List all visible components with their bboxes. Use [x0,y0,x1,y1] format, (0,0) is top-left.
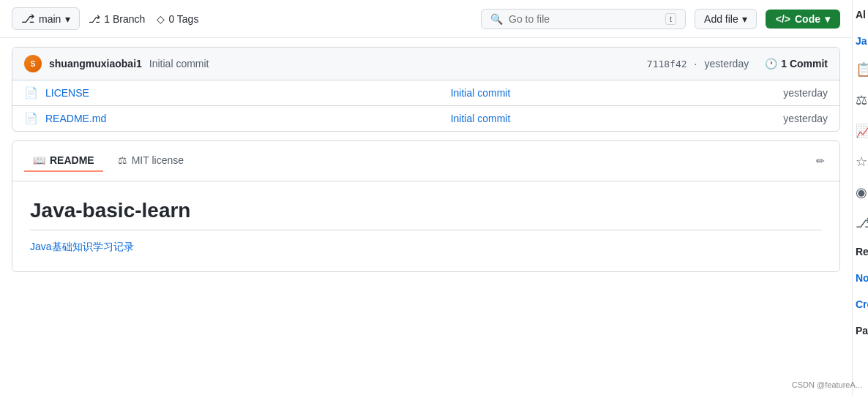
file-icon: 📄 [24,86,38,99]
tags-count-label: 0 Tags [168,13,198,25]
readme-tab-icon: 📖 [33,154,45,166]
partial-text-no: No [856,272,865,284]
readme-description: Java基础知识学习记录 [30,241,822,254]
search-box: 🔍 t [481,9,686,29]
commit-count-label: 1 Commit [781,58,828,69]
tab-readme[interactable]: 📖 README [24,150,103,172]
branch-count-icon: ⎇ [89,13,100,25]
branch-count-link[interactable]: ⎇ 1 Branch [89,13,145,25]
branch-name: main [39,13,61,25]
table-row: 📄 LICENSE Initial commit yesterday [12,80,839,106]
branch-count-label: 1 Branch [104,13,145,25]
add-file-label: Add file [704,13,738,25]
readme-header: 📖 README ⚖ MIT license ✏ [12,141,839,181]
partial-text-pa: Pa [856,325,865,336]
file-name[interactable]: README.md [45,113,192,124]
partial-scale-icon: ⚖ [856,92,865,108]
commit-time: yesterday [705,58,749,69]
readme-tab-label: README [50,154,94,166]
commit-count[interactable]: 🕐 1 Commit [765,58,828,69]
branch-icon: ⎇ [21,12,34,26]
branch-info: ⎇ 1 Branch ◇ 0 Tags [89,13,198,25]
tags-icon: ◇ [157,13,165,25]
partial-text-cre: Cre [856,298,865,310]
readme-title: Java-basic-learn [30,199,822,230]
file-commit-message: Initial commit [199,113,762,124]
search-input[interactable] [509,13,659,25]
dropdown-arrow-icon: ▾ [65,13,70,25]
code-button[interactable]: </> Code ▾ [766,10,840,29]
commit-hash: 7118f42 [647,59,687,69]
code-icon: </> [776,13,790,25]
file-time: yesterday [769,113,828,124]
commit-separator: · [695,58,697,69]
tab-license[interactable]: ⚖ MIT license [109,150,192,172]
partial-text-ja1: Ja [856,35,865,47]
readme-section: 📖 README ⚖ MIT license ✏ Java-basic-lear… [12,140,840,272]
search-kbd-shortcut: t [665,13,676,25]
repo-panel: S shuangmuxiaobai1 Initial commit 7118f4… [12,47,840,132]
add-file-dropdown-icon: ▾ [742,13,747,25]
commit-bar: S shuangmuxiaobai1 Initial commit 7118f4… [12,48,839,80]
file-time: yesterday [769,87,828,99]
watermark: CSDN @featureA... [792,380,862,389]
right-partial-sidebar: Al Ja 📋 ⚖ 📈 ☆ ◉ ⎇ Re No Cre Pa [852,0,868,395]
partial-star-icon: ☆ [856,154,865,170]
add-file-button[interactable]: Add file ▾ [695,9,757,29]
code-label: Code [795,13,820,25]
partial-chart-icon: 📈 [856,123,865,139]
avatar: S [24,55,42,72]
tags-count-link[interactable]: ◇ 0 Tags [157,13,198,25]
file-commit-message: Initial commit [199,87,762,99]
file-list: 📄 LICENSE Initial commit yesterday 📄 REA… [12,80,839,131]
clock-icon: 🕐 [765,58,777,69]
edit-icon: ✏ [816,155,825,167]
readme-body: Java-basic-learn Java基础知识学习记录 [12,181,839,271]
search-icon: 🔍 [490,13,503,25]
branch-selector[interactable]: ⎇ main ▾ [12,7,80,30]
license-tab-icon: ⚖ [118,154,127,166]
license-tab-label: MIT license [132,154,184,166]
toolbar: ⎇ main ▾ ⎇ 1 Branch ◇ 0 Tags 🔍 t Add fil… [0,0,852,38]
partial-book-icon: 📋 [856,61,865,78]
edit-button[interactable]: ✏ [813,152,828,170]
commit-author[interactable]: shuangmuxiaobai1 [49,58,142,69]
commit-message: Initial commit [149,58,640,69]
partial-eye-icon: ◉ [856,184,865,200]
file-icon: 📄 [24,112,38,125]
main-content: ⎇ main ▾ ⎇ 1 Branch ◇ 0 Tags 🔍 t Add fil… [0,0,852,395]
file-name[interactable]: LICENSE [45,87,192,99]
table-row: 📄 README.md Initial commit yesterday [12,106,839,131]
code-dropdown-icon: ▾ [825,13,830,25]
partial-text-re: Re [856,246,865,257]
partial-text-al: Al [856,9,865,20]
partial-fork-icon: ⎇ [856,215,865,231]
